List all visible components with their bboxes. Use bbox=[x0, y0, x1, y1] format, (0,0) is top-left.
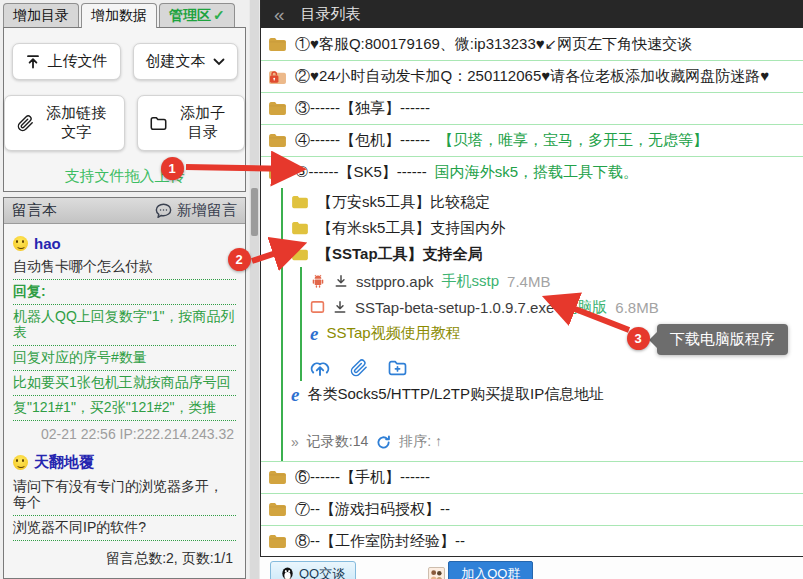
folder-label: ⑥------【手机】------ bbox=[295, 468, 430, 487]
step-badge-3: 3 bbox=[627, 327, 650, 350]
tab-管理区[interactable]: 管理区✓ bbox=[159, 3, 235, 27]
create-text-button[interactable]: 创建文本 bbox=[133, 43, 238, 80]
add-link-text-button[interactable]: 添加链接文字 bbox=[4, 95, 125, 151]
directory-block: ⑦--【游戏扫码授权】-- bbox=[261, 494, 803, 526]
upload-icon bbox=[25, 54, 41, 70]
new-message-button[interactable]: 新增留言 bbox=[155, 201, 237, 220]
download-tooltip: 下载电脑版程序 bbox=[657, 324, 788, 355]
folder-icon bbox=[268, 502, 287, 517]
folder-icon bbox=[268, 165, 287, 180]
message-author: 天翻地覆 bbox=[34, 453, 94, 472]
link-text: SSTap视频使用教程 bbox=[326, 324, 460, 343]
message-board-header: 留言本 新增留言 bbox=[4, 198, 245, 224]
folder-row[interactable]: ①♥客服Q:800179169、微:ip313233♥↙网页左下角快速交谈 bbox=[261, 29, 803, 60]
paperclip-icon[interactable] bbox=[350, 359, 368, 377]
upload-file-label: 上传文件 bbox=[48, 52, 108, 71]
folder-label: ④------【包机】------ bbox=[295, 131, 430, 150]
tab-增加目录[interactable]: 增加目录 bbox=[3, 3, 79, 27]
folder-row[interactable]: ⑦--【游戏扫码授权】-- bbox=[261, 494, 803, 525]
sort-label[interactable]: 排序: ↑ bbox=[399, 433, 442, 451]
message-question-line: 请问下有没有专门的浏览器多开，每个 bbox=[13, 475, 236, 517]
folder-icon bbox=[268, 470, 287, 485]
file-row[interactable]: sstppro.apk手机sstp7.4MB bbox=[302, 268, 803, 294]
join-qq-group-button[interactable]: 加入QQ群 bbox=[448, 561, 533, 579]
directory-block: ③------【独享】------ bbox=[261, 93, 803, 125]
folder-label: ⑦--【游戏扫码授权】-- bbox=[295, 500, 450, 519]
drag-upload-hint: 支持文件拖入上传 bbox=[4, 167, 245, 186]
folder-icon bbox=[268, 101, 287, 116]
message-reply-label: 回复: bbox=[13, 280, 236, 305]
file-row[interactable]: SSTap-beta-setup-1.0.9.7.exe电脑版6.8MB bbox=[302, 294, 803, 320]
step-badge-1: 1 bbox=[161, 157, 184, 180]
window-icon bbox=[310, 300, 325, 314]
join-qq-group-label: 加入QQ群 bbox=[461, 566, 520, 579]
folder-label: 【有米sk5工具】支持国内外 bbox=[317, 219, 505, 238]
folder-row[interactable]: ⑤------【SK5】------ 国内海外sk5，搭载工具下载。 bbox=[261, 157, 803, 188]
folder-row[interactable]: ②♥24小时自动发卡加Q：250112065♥请各位老板添加收藏网盘防迷路♥ bbox=[261, 61, 803, 92]
directory-block: ⑤------【SK5】------ 国内海外sk5，搭载工具下载。【万安sk5… bbox=[261, 157, 803, 462]
directory-panel: « 目录列表 ①♥客服Q:800179169、微:ip313233♥↙网页左下角… bbox=[260, 0, 803, 579]
folder-sub-icon bbox=[291, 247, 309, 261]
file-tag: 手机sstp bbox=[442, 272, 500, 291]
upload-cloud-icon[interactable] bbox=[310, 359, 330, 377]
vertical-scrollbar[interactable] bbox=[250, 0, 259, 579]
qq-chat-label: QQ交谈 bbox=[299, 565, 345, 579]
file-name: sstppro.apk bbox=[356, 273, 434, 290]
collapse-icon[interactable]: « bbox=[274, 5, 285, 24]
refresh-icon[interactable] bbox=[376, 435, 391, 450]
folder-action-toolbar bbox=[302, 359, 803, 377]
smiley-icon bbox=[13, 236, 28, 251]
directory-block: ⑧--【工作室防封经验】-- bbox=[261, 526, 803, 556]
directory-block: ②♥24小时自动发卡加Q：250112065♥请各位老板添加收藏网盘防迷路♥ bbox=[261, 61, 803, 93]
expand-more-icon[interactable]: » bbox=[291, 434, 299, 450]
message-board-panel: 留言本 新增留言 hao自动售卡哪个怎么付款回复:机器人QQ上回复数字"1"，按… bbox=[3, 197, 246, 579]
tab-增加数据[interactable]: 增加数据 bbox=[81, 3, 157, 28]
folder-sub-icon bbox=[291, 195, 309, 209]
download-icon[interactable] bbox=[334, 274, 348, 288]
directory-list: ①♥客服Q:800179169、微:ip313233♥↙网页左下角快速交谈②♥2… bbox=[261, 28, 803, 556]
upload-file-button[interactable]: 上传文件 bbox=[12, 43, 121, 80]
left-panel: 增加目录增加数据管理区✓ 上传文件 创建文本 bbox=[0, 0, 249, 579]
message-question-line: 自动售卡哪个怎么付款 bbox=[13, 255, 236, 280]
message-reply-line: 机器人QQ上回复数字"1"，按商品列表 bbox=[13, 305, 236, 347]
scrollbar-thumb[interactable] bbox=[251, 188, 258, 236]
folder-row[interactable]: 【有米sk5工具】支持国内外 bbox=[283, 215, 803, 241]
qq-chat-button[interactable]: QQ交谈 bbox=[270, 561, 356, 579]
folder-row[interactable]: ⑧--【工作室防封经验】-- bbox=[261, 526, 803, 556]
record-status-row: »记录数:14排序: ↑ bbox=[283, 433, 803, 455]
folder-lock-icon bbox=[268, 69, 287, 85]
folder-label-green: 【贝塔，唯享，宝马，多开王，无虑等】 bbox=[438, 131, 708, 150]
folder-row[interactable]: 【万安sk5工具】比较稳定 bbox=[283, 189, 803, 215]
folder-row[interactable]: 【SSTap工具】支持全局 bbox=[283, 241, 803, 267]
folder-label: 【万安sk5工具】比较稳定 bbox=[317, 193, 490, 212]
message-author-row: 天翻地覆 bbox=[13, 453, 236, 472]
download-icon[interactable] bbox=[333, 300, 347, 314]
chevron-down-icon bbox=[213, 58, 225, 66]
file-tag: 电脑版 bbox=[562, 298, 607, 317]
folder-row[interactable]: ③------【独享】------ bbox=[261, 93, 803, 124]
link-row[interactable]: e各类Socks5/HTTP/L2TP购买提取IP信息地址 bbox=[283, 381, 803, 407]
speech-bubble-icon bbox=[155, 203, 172, 219]
link-text: 各类Socks5/HTTP/L2TP购买提取IP信息地址 bbox=[307, 385, 604, 404]
page-root: 增加目录增加数据管理区✓ 上传文件 创建文本 bbox=[0, 0, 803, 579]
add-subdirectory-button[interactable]: 添加子目录 bbox=[137, 95, 245, 151]
folder-label: ③------【独享】------ bbox=[295, 99, 430, 118]
record-count: 记录数:14 bbox=[307, 433, 368, 451]
folder-label: ②♥24小时自动发卡加Q：250112065♥请各位老板添加收藏网盘防迷路♥ bbox=[295, 67, 769, 86]
bottom-bar: QQ交谈 加入QQ群 bbox=[260, 556, 803, 579]
folder-row[interactable]: ④------【包机】------ 【贝塔，唯享，宝马，多开王，无虑等】 bbox=[261, 125, 803, 156]
download-tooltip-text: 下载电脑版程序 bbox=[670, 330, 775, 347]
folder-plus-icon[interactable] bbox=[388, 359, 407, 377]
directory-title: 目录列表 bbox=[301, 5, 361, 24]
folder-row[interactable]: ⑥------【手机】------ bbox=[261, 462, 803, 493]
tab-bar: 增加目录增加数据管理区✓ bbox=[0, 0, 249, 27]
add-subdirectory-label: 添加子目录 bbox=[174, 104, 232, 142]
add-data-panel: 上传文件 创建文本 添加链接文字 bbox=[3, 27, 246, 192]
message-list: hao自动售卡哪个怎么付款回复:机器人QQ上回复数字"1"，按商品列表回复对应的… bbox=[4, 224, 245, 544]
message-board-footer: 留言总数:2, 页数:1/1 bbox=[4, 544, 245, 578]
message-timestamp: 02-21 22:56 IP:222.214.243.32 bbox=[13, 421, 236, 446]
folder-label: ①♥客服Q:800179169、微:ip313233♥↙网页左下角快速交谈 bbox=[295, 35, 692, 54]
folder-icon bbox=[268, 133, 287, 148]
file-name: SSTap-beta-setup-1.0.9.7.exe bbox=[355, 299, 554, 316]
message-question-line: 浏览器不同IP的软件? bbox=[13, 516, 236, 541]
